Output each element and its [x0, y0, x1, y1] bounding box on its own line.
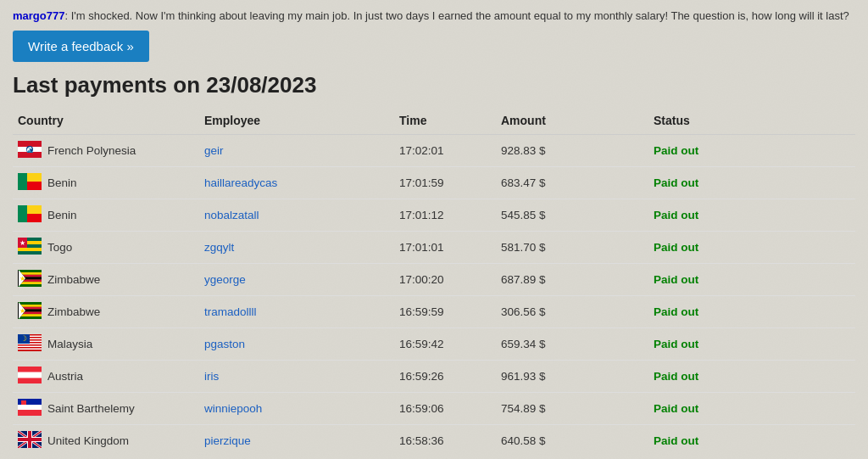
time-cell: 16:58:36 [394, 425, 496, 457]
amount-cell: 306.56 $ [496, 296, 648, 328]
svg-text:★: ★ [19, 275, 25, 283]
svg-rect-68 [18, 438, 42, 441]
country-cell: ★ Zimbabwe [13, 296, 199, 328]
employee-cell[interactable]: ygeorge [199, 264, 394, 296]
employee-cell[interactable]: geir [199, 135, 394, 167]
table-row: Austria iris 16:59:26 961.93 $ Paid out [13, 361, 855, 393]
write-feedback-button[interactable]: Write a feedback » [13, 31, 149, 62]
employee-link[interactable]: haillareadycas [204, 176, 277, 189]
time-cell: 17:01:01 [394, 232, 496, 264]
svg-text:☽: ☽ [20, 334, 27, 343]
status-cell: Paid out [648, 296, 855, 328]
employee-cell[interactable]: winniepooh [199, 393, 394, 425]
employee-cell[interactable]: pgaston [199, 328, 394, 361]
status-cell: Paid out [648, 135, 855, 167]
col-employee: Employee [199, 110, 394, 135]
country-cell: ★ Zimbabwe [13, 264, 199, 296]
employee-link[interactable]: iris [204, 370, 219, 383]
table-row: Benin haillareadycas 17:01:59 683.47 $ P… [13, 167, 855, 199]
svg-rect-16 [18, 248, 42, 251]
time-cell: 17:01:12 [394, 199, 496, 232]
country-name: Zimbabwe [47, 273, 100, 286]
country-name: Malaysia [47, 338, 92, 350]
time-cell: 16:59:42 [394, 328, 496, 361]
status-badge: Paid out [654, 209, 698, 221]
employee-cell[interactable]: haillareadycas [199, 167, 394, 199]
feedback-username: margo777 [13, 9, 64, 22]
svg-rect-51 [18, 350, 42, 351]
status-cell: Paid out [648, 167, 855, 199]
status-cell: Paid out [648, 328, 855, 361]
country-name: United Kingdom [47, 434, 129, 447]
amount-cell: 640.58 $ [496, 425, 648, 457]
table-row: 🌊 French Polynesia geir 17:02:01 928.83 … [13, 135, 855, 167]
status-cell: Paid out [648, 393, 855, 425]
country-cell: Benin [13, 167, 199, 199]
employee-link[interactable]: ygeorge [204, 273, 246, 286]
svg-rect-59 [21, 400, 26, 405]
svg-rect-8 [18, 173, 27, 190]
flag-icon: ★ [18, 238, 42, 257]
status-cell: Paid out [648, 232, 855, 264]
time-cell: 16:59:59 [394, 296, 496, 328]
flag-icon: ★ [18, 270, 42, 289]
status-badge: Paid out [654, 370, 698, 383]
feedback-message: I'm shocked. Now I'm thinking about leav… [71, 9, 849, 22]
employee-link[interactable]: tramadollll [204, 305, 257, 318]
employee-link[interactable]: nobalzatall [204, 209, 259, 221]
flag-icon [18, 367, 42, 386]
country-name: French Polynesia [47, 144, 136, 157]
employee-link[interactable]: zgqylt [204, 241, 234, 254]
employee-cell[interactable]: tramadollll [199, 296, 394, 328]
country-name: Benin [47, 209, 77, 221]
payments-table: Country Employee Time Amount Status 🌊 Fr… [13, 110, 855, 456]
col-status: Status [648, 110, 855, 135]
time-cell: 16:59:06 [394, 393, 496, 425]
svg-rect-12 [18, 205, 27, 222]
status-badge: Paid out [654, 176, 698, 189]
amount-cell: 659.34 $ [496, 328, 648, 361]
country-name: Togo [47, 241, 72, 254]
amount-cell: 687.89 $ [496, 264, 648, 296]
employee-cell[interactable]: zgqylt [199, 232, 394, 264]
status-cell: Paid out [648, 425, 855, 457]
employee-link[interactable]: pgaston [204, 338, 245, 350]
flag-icon: ☽ [18, 334, 42, 354]
table-row: ★ Zimbabwe tramadollll 16:59:59 306.56 $… [13, 296, 855, 328]
svg-rect-49 [18, 347, 42, 349]
status-badge: Paid out [654, 402, 698, 415]
employee-cell[interactable]: nobalzatall [199, 199, 394, 232]
status-cell: Paid out [648, 264, 855, 296]
table-row: ★ Zimbabwe ygeorge 17:00:20 687.89 $ Pai… [13, 264, 855, 296]
svg-rect-48 [18, 346, 42, 348]
col-country: Country [13, 110, 199, 135]
amount-cell: 545.85 $ [496, 199, 648, 232]
svg-rect-17 [18, 251, 42, 255]
employee-cell[interactable]: iris [199, 361, 394, 393]
amount-cell: 754.89 $ [496, 393, 648, 425]
country-name: Austria [47, 370, 83, 383]
time-cell: 17:00:20 [394, 264, 496, 296]
amount-cell: 961.93 $ [496, 361, 648, 393]
section-title: Last payments on 23/08/2023 [13, 72, 855, 98]
country-cell: Austria [13, 361, 199, 393]
country-cell: United Kingdom [13, 425, 199, 457]
status-badge: Paid out [654, 144, 698, 157]
col-time: Time [394, 110, 496, 135]
flag-icon: ★ [18, 302, 42, 322]
table-row: Benin nobalzatall 17:01:12 545.85 $ Paid… [13, 199, 855, 232]
page-wrapper: margo777: I'm shocked. Now I'm thinking … [0, 0, 868, 459]
svg-rect-50 [18, 349, 42, 350]
svg-rect-47 [18, 344, 42, 346]
country-cell: Benin [13, 199, 199, 232]
employee-link[interactable]: pierzique [204, 434, 251, 447]
employee-link[interactable]: winniepooh [204, 402, 262, 415]
feedback-quote: margo777: I'm shocked. Now I'm thinking … [13, 8, 855, 24]
svg-rect-57 [18, 405, 42, 410]
svg-text:★: ★ [19, 307, 25, 315]
employee-cell[interactable]: pierzique [199, 425, 394, 457]
status-cell: Paid out [648, 361, 855, 393]
svg-text:🌊: 🌊 [26, 146, 34, 154]
table-row: ★ Togo zgqylt 17:01:01 581.70 $ Paid out [13, 232, 855, 264]
employee-link[interactable]: geir [204, 144, 224, 157]
